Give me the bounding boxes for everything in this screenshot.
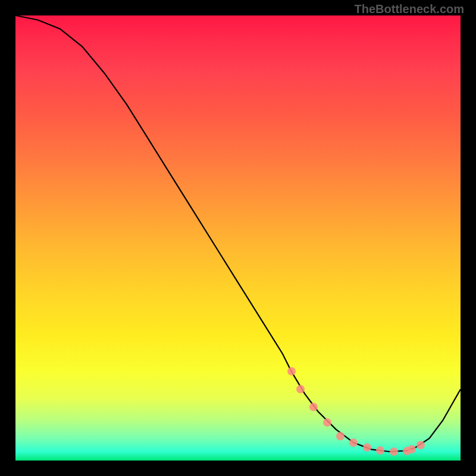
data-point [390, 447, 398, 456]
data-point [309, 403, 318, 411]
data-point [287, 367, 296, 375]
curve-layer [15, 15, 461, 461]
plot-area [15, 15, 461, 461]
data-point [296, 385, 305, 393]
watermark-text: TheBottleneck.com [355, 2, 464, 16]
data-point [323, 418, 331, 427]
data-point [416, 441, 425, 449]
data-point [376, 446, 384, 455]
bottleneck-curve [15, 15, 461, 452]
data-point [336, 432, 345, 440]
data-point [349, 439, 358, 447]
data-point [408, 445, 416, 453]
data-point [363, 443, 371, 452]
